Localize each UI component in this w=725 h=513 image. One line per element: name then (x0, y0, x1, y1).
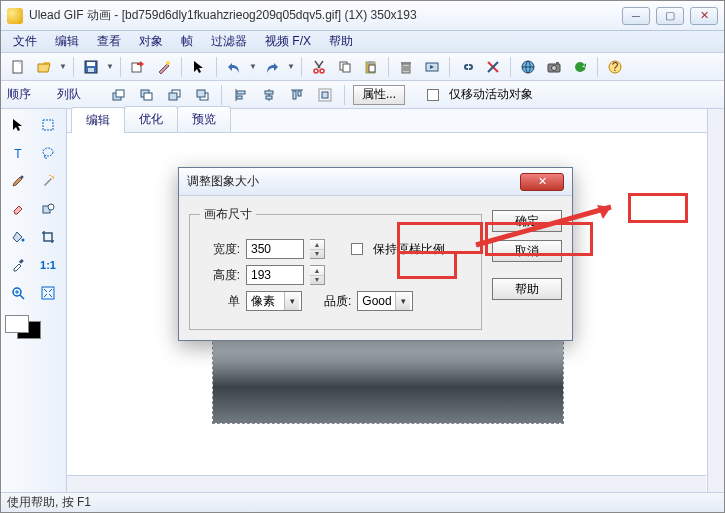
wizard-icon[interactable] (153, 56, 175, 78)
ok-button[interactable]: 确定 (492, 210, 562, 232)
svg-rect-39 (43, 120, 53, 130)
svg-rect-20 (556, 62, 559, 64)
lasso-tool-icon[interactable] (35, 141, 61, 165)
width-spinner[interactable]: ▲▼ (310, 239, 325, 259)
height-input[interactable] (246, 265, 304, 285)
order-front-icon[interactable] (107, 84, 129, 106)
menu-frame[interactable]: 帧 (173, 31, 201, 52)
fill-tool-icon[interactable] (5, 225, 31, 249)
menu-help[interactable]: 帮助 (321, 31, 361, 52)
eraser-tool-icon[interactable] (5, 197, 31, 221)
width-input[interactable] (246, 239, 304, 259)
menu-bar: 文件 编辑 查看 对象 帧 过滤器 视频 F/X 帮助 (1, 31, 724, 53)
menu-video-fx[interactable]: 视频 F/X (257, 31, 319, 52)
fg-color-swatch[interactable] (5, 315, 29, 333)
cut-icon[interactable] (308, 56, 330, 78)
help-icon[interactable]: ? (604, 56, 626, 78)
tab-preview[interactable]: 预览 (177, 106, 231, 132)
toolbar-main: ▼ ▼ ▼ ▼ ? (1, 53, 724, 81)
zoom-tool-icon[interactable] (5, 281, 31, 305)
align-left-icon[interactable] (230, 84, 252, 106)
save-icon[interactable] (80, 56, 102, 78)
onlymove-checkbox[interactable] (427, 89, 439, 101)
help-label: 帮助 (515, 281, 539, 298)
properties-button[interactable]: 属性... (353, 85, 405, 105)
menu-edit[interactable]: 编辑 (47, 31, 87, 52)
dialog-close-button[interactable]: ✕ (520, 173, 564, 191)
link-icon[interactable] (456, 56, 478, 78)
svg-point-41 (43, 148, 53, 156)
brush-tool-icon[interactable] (5, 169, 31, 193)
toolbar-secondary: 顺序 列队 属性... 仅移动活动对象 (1, 81, 724, 109)
close-button[interactable]: ✕ (690, 7, 718, 25)
menu-file[interactable]: 文件 (5, 31, 45, 52)
unit-value: 像素 (251, 293, 275, 310)
unit-select[interactable]: 像素 (246, 291, 302, 311)
center-both-icon[interactable] (314, 84, 336, 106)
select-tool-icon[interactable] (5, 113, 31, 137)
align-center-icon[interactable] (258, 84, 280, 106)
open-dropdown-icon[interactable]: ▼ (59, 62, 67, 71)
keep-ratio-checkbox[interactable] (351, 243, 363, 255)
svg-point-19 (552, 65, 557, 70)
paste-icon[interactable] (360, 56, 382, 78)
crop-tool-icon[interactable] (35, 225, 61, 249)
svg-point-44 (48, 204, 54, 210)
preview-icon[interactable] (421, 56, 443, 78)
delete-icon[interactable] (395, 56, 417, 78)
svg-rect-31 (237, 91, 245, 94)
quality-select[interactable]: Good (357, 291, 413, 311)
swap-colors-icon[interactable]: ⇄ (0, 319, 1, 330)
web-icon[interactable] (517, 56, 539, 78)
text-tool-icon[interactable]: T (5, 141, 31, 165)
onlymove-label: 仅移动活动对象 (449, 86, 533, 103)
color-swatch[interactable]: ⇄ (5, 315, 41, 339)
align-top-icon[interactable] (286, 84, 308, 106)
new-icon[interactable] (7, 56, 29, 78)
menu-view[interactable]: 查看 (89, 31, 129, 52)
cancel-button[interactable]: 取消 (492, 240, 562, 262)
open-icon[interactable] (33, 56, 55, 78)
camera-icon[interactable] (543, 56, 565, 78)
svg-rect-46 (19, 259, 24, 264)
undo-icon[interactable] (223, 56, 245, 78)
ok-label: 确定 (515, 213, 539, 230)
unlink-icon[interactable] (482, 56, 504, 78)
shape-tool-icon[interactable] (35, 197, 61, 221)
save-dropdown-icon[interactable]: ▼ (106, 62, 114, 71)
menu-filter[interactable]: 过滤器 (203, 31, 255, 52)
redo-icon[interactable] (261, 56, 283, 78)
fit-window-icon[interactable] (35, 281, 61, 305)
export-icon[interactable] (127, 56, 149, 78)
redo-dropdown-icon[interactable]: ▼ (287, 62, 295, 71)
minimize-button[interactable]: ─ (622, 7, 650, 25)
pointer-tool-icon[interactable] (188, 56, 210, 78)
actual-size-icon[interactable]: 1:1 (35, 253, 61, 277)
help-button[interactable]: 帮助 (492, 278, 562, 300)
tab-edit[interactable]: 编辑 (71, 107, 125, 133)
wand-tool-icon[interactable] (35, 169, 61, 193)
height-spinner[interactable]: ▲▼ (310, 265, 325, 285)
copy-icon[interactable] (334, 56, 356, 78)
queue-label: 列队 (57, 86, 81, 103)
scrollbar-horizontal[interactable] (67, 475, 706, 492)
eyedropper-tool-icon[interactable] (5, 253, 31, 277)
svg-rect-33 (265, 91, 273, 94)
marquee-tool-icon[interactable] (35, 113, 61, 137)
undo-dropdown-icon[interactable]: ▼ (249, 62, 257, 71)
tab-optimize[interactable]: 优化 (124, 106, 178, 132)
order-forward-icon[interactable] (135, 84, 157, 106)
svg-rect-14 (401, 62, 411, 64)
cancel-label: 取消 (515, 243, 539, 260)
menu-object[interactable]: 对象 (131, 31, 171, 52)
app-icon (7, 8, 23, 24)
order-back-icon[interactable] (191, 84, 213, 106)
svg-rect-12 (369, 65, 375, 72)
order-backward-icon[interactable] (163, 84, 185, 106)
refresh-icon[interactable] (569, 56, 591, 78)
svg-point-5 (166, 61, 170, 65)
svg-point-45 (22, 239, 25, 242)
scrollbar-vertical[interactable] (707, 109, 724, 492)
dialog-titlebar[interactable]: 调整图象大小 ✕ (179, 168, 572, 196)
maximize-button[interactable]: ▢ (656, 7, 684, 25)
